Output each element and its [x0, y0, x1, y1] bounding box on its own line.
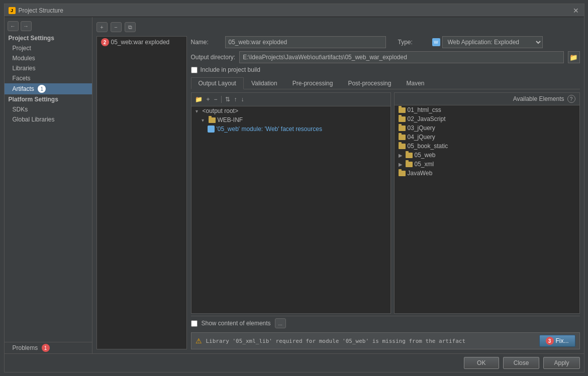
problems-section: Problems 1 — [5, 342, 92, 353]
sidebar-item-modules[interactable]: Modules — [5, 53, 92, 63]
type-label: Type: — [398, 39, 428, 46]
folder-icon-07 — [406, 162, 413, 167]
name-input[interactable] — [225, 36, 386, 48]
output-tree-panel: 📁 + − ⇅ ↑ ↓ ▾ <output root> — [191, 92, 391, 314]
warning-icon: ⚠ — [195, 337, 202, 345]
available-item-06[interactable]: ▶ 05_web — [395, 151, 579, 160]
dialog-title: Project Structure — [19, 7, 63, 14]
ok-button[interactable]: OK — [464, 357, 499, 369]
problems-badge: 1 — [42, 344, 50, 352]
available-item-03-label: 03_jQuery — [408, 124, 435, 132]
webinf-row[interactable]: ▾ WEB-INF — [191, 115, 390, 124]
sidebar-item-project[interactable]: Project — [5, 43, 92, 53]
output-dir-input[interactable] — [239, 51, 563, 63]
tree-toolbar: 📁 + − ⇅ ↑ ↓ — [191, 93, 390, 106]
available-item-03[interactable]: 03_jQuery — [395, 123, 579, 133]
sidebar-item-artifacts[interactable]: Artifacts 1 — [5, 83, 92, 94]
output-root-item[interactable]: ▾ <output root> — [191, 106, 390, 115]
apply-button[interactable]: Apply — [543, 357, 579, 369]
available-item-07-label: 05_xml — [415, 161, 434, 168]
artifacts-badge: 1 — [38, 85, 46, 93]
sidebar-item-facets[interactable]: Facets — [5, 73, 92, 83]
expand-arrow-06: ▶ — [399, 153, 404, 158]
tab-maven[interactable]: Maven — [399, 77, 432, 89]
folder-icon-08 — [399, 171, 406, 176]
available-item-04[interactable]: 04_jQuery — [395, 133, 579, 142]
available-item-02-label: 02_JavaScript — [408, 115, 446, 122]
output-root-label: <output root> — [203, 107, 238, 114]
type-select-container: W Web Application: Exploded — [432, 36, 543, 48]
separator-1 — [221, 96, 222, 103]
forward-button[interactable]: → — [21, 21, 32, 31]
close-button-footer[interactable]: Close — [503, 357, 540, 369]
show-content-dots-button[interactable]: ... — [275, 318, 286, 328]
module-icon — [208, 126, 215, 133]
folder-icon-03 — [399, 126, 406, 131]
show-content-checkbox[interactable] — [191, 320, 198, 327]
warning-text: Library '05_xml_lib' required for module… — [206, 338, 535, 344]
tree-add-btn[interactable]: + — [205, 94, 212, 104]
sidebar-item-problems[interactable]: Problems 1 — [5, 342, 92, 353]
tree-folder-btn[interactable]: 📁 — [193, 94, 204, 104]
sidebar-item-global-libraries[interactable]: Global Libraries — [5, 114, 92, 124]
tree-down-btn[interactable]: ↓ — [240, 94, 246, 104]
webinf-expand-arrow: ▾ — [202, 117, 207, 123]
close-button[interactable]: ✕ — [572, 7, 580, 15]
add-artifact-button[interactable]: + — [96, 22, 108, 32]
fix-label: Fix... — [556, 337, 569, 344]
fix-badge: 3 — [546, 337, 554, 345]
available-item-05[interactable]: 05_book_static — [395, 142, 579, 151]
fix-button[interactable]: 3 Fix... — [539, 335, 575, 347]
available-item-08-label: JavaWeb — [408, 170, 433, 177]
tabs-bar: Output Layout Validation Pre-processing … — [191, 77, 580, 89]
app-icon: J — [9, 7, 16, 14]
available-item-05-label: 05_book_static — [408, 143, 448, 150]
type-select[interactable]: Web Application: Exploded — [442, 36, 543, 48]
output-layout-panel: 📁 + − ⇅ ↑ ↓ ▾ <output root> — [191, 92, 580, 314]
folder-icon-04 — [399, 135, 406, 140]
platform-settings-header: Platform Settings — [5, 94, 92, 104]
help-icon[interactable]: ? — [567, 95, 575, 103]
show-content-label[interactable]: Show content of elements — [202, 320, 271, 327]
available-item-02[interactable]: 02_JavaScript — [395, 114, 579, 123]
warning-bar: ⚠ Library '05_xml_lib' required for modu… — [191, 332, 580, 349]
tab-post-processing[interactable]: Post-processing — [340, 77, 399, 89]
webinf-label: WEB-INF — [218, 116, 243, 123]
footer-buttons: OK Close Apply — [5, 353, 584, 372]
main-content: ← → Project Settings Project Modules Lib… — [5, 17, 584, 353]
copy-artifact-button[interactable]: ⧉ — [125, 22, 136, 32]
include-project-build-checkbox[interactable] — [191, 67, 198, 73]
back-button[interactable]: ← — [8, 21, 19, 31]
available-elements-header: Available Elements ? — [395, 93, 579, 105]
available-elements-title: Available Elements — [513, 95, 564, 102]
root-expand-arrow: ▾ — [195, 108, 201, 114]
artifact-item-label: 05_web:war exploded — [111, 39, 170, 46]
artifact-list-item[interactable]: 2 05_web:war exploded — [97, 37, 186, 48]
sidebar-item-libraries[interactable]: Libraries — [5, 63, 92, 73]
artifact-num-badge: 2 — [101, 38, 109, 46]
include-project-build-row: Include in project build — [191, 66, 580, 73]
right-panel: + − ⧉ 2 05_web:war exploded Name: — [92, 17, 584, 353]
available-item-07[interactable]: ▶ 05_xml — [395, 160, 579, 169]
tab-output-layout[interactable]: Output Layout — [191, 77, 244, 89]
tree-sort-btn[interactable]: ⇅ — [224, 94, 232, 104]
module-resource-item[interactable]: '05_web' module: 'Web' facet resources — [191, 124, 390, 134]
available-item-01[interactable]: 01_html_css — [395, 105, 579, 114]
tab-pre-processing[interactable]: Pre-processing — [285, 77, 341, 89]
tree-up-btn[interactable]: ↑ — [233, 94, 239, 104]
sidebar-item-sdks[interactable]: SDKs — [5, 104, 92, 114]
tab-validation[interactable]: Validation — [244, 77, 285, 89]
available-item-01-label: 01_html_css — [408, 106, 441, 113]
module-resource-label: '05_web' module: 'Web' facet resources — [217, 126, 322, 133]
available-item-08[interactable]: JavaWeb — [395, 169, 579, 178]
include-project-build-label[interactable]: Include in project build — [201, 66, 260, 73]
title-bar-left: J Project Structure — [9, 7, 63, 14]
type-icon: W — [432, 38, 440, 46]
output-directory-row: Output directory: 📁 — [191, 51, 580, 63]
tree-remove-btn[interactable]: − — [213, 94, 219, 104]
browse-folder-button[interactable]: 📁 — [568, 51, 580, 63]
project-settings-header: Project Settings — [5, 33, 92, 43]
remove-artifact-button[interactable]: − — [111, 22, 122, 32]
name-label: Name: — [191, 39, 221, 46]
folder-icon-05 — [399, 144, 406, 149]
